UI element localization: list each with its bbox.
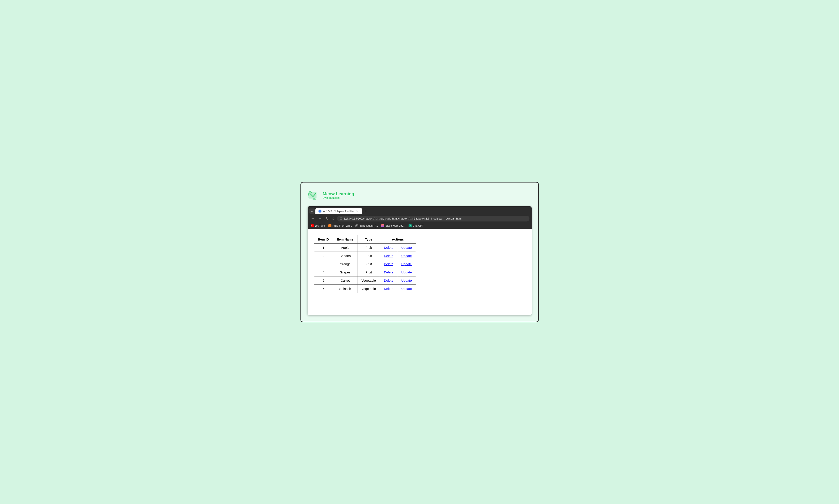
- table-row: 4 Grapes Fruit Delete Update: [314, 268, 416, 276]
- table-row: 5 Carrot Vegetable Delete Update: [314, 276, 416, 285]
- logo-area: Meow Learning By mframadan: [308, 189, 531, 202]
- cell-update[interactable]: Update: [397, 276, 416, 285]
- cell-id: 5: [314, 276, 333, 285]
- table-row: 1 Apple Fruit Delete Update: [314, 244, 416, 252]
- cell-delete[interactable]: Delete: [380, 276, 397, 285]
- cell-type: Fruit: [357, 252, 380, 260]
- bookmark-github[interactable]: ⚙ mframadann (...: [355, 224, 378, 227]
- cell-name: Spinach: [333, 285, 357, 293]
- bookmark-youtube-label: YouTube: [315, 224, 325, 227]
- svg-point-1: [309, 191, 311, 193]
- delete-link[interactable]: Delete: [384, 254, 393, 258]
- browser-tab[interactable]: A.3.5.3. Colspan And Ro ✕: [315, 208, 362, 214]
- reload-button[interactable]: ↻: [325, 216, 330, 221]
- cell-delete[interactable]: Delete: [380, 244, 397, 252]
- cell-update[interactable]: Update: [397, 285, 416, 293]
- cell-update[interactable]: Update: [397, 252, 416, 260]
- delete-link[interactable]: Delete: [384, 246, 393, 249]
- cell-id: 6: [314, 285, 333, 293]
- cell-name: Grapes: [333, 268, 357, 276]
- delete-link[interactable]: Delete: [384, 278, 393, 282]
- stack-icon: [328, 224, 331, 227]
- tab-bar: ⌄ A.3.5.3. Colspan And Ro ✕ +: [308, 206, 531, 214]
- cell-name: Banana: [333, 252, 357, 260]
- update-link[interactable]: Update: [401, 246, 412, 249]
- cell-update[interactable]: Update: [397, 260, 416, 268]
- delete-link[interactable]: Delete: [384, 262, 393, 266]
- address-bar-row: ← → ↻ ⌂ ⓘ 127.0.0.1:5500/chapter-A.3-tag…: [308, 214, 531, 223]
- update-link[interactable]: Update: [401, 270, 412, 274]
- col-header-id: Item ID: [314, 235, 333, 244]
- update-link[interactable]: Update: [401, 262, 412, 266]
- bookmark-figma[interactable]: Basic Web Dev...: [381, 224, 405, 227]
- cell-delete[interactable]: Delete: [380, 252, 397, 260]
- cell-id: 1: [314, 244, 333, 252]
- col-header-type: Type: [357, 235, 380, 244]
- bookmark-chatgpt-label: ChatGPT: [413, 224, 423, 227]
- update-link[interactable]: Update: [401, 287, 412, 290]
- cell-id: 4: [314, 268, 333, 276]
- table-row: 2 Banana Fruit Delete Update: [314, 252, 416, 260]
- logo-icon: [308, 189, 320, 202]
- table-row: 6 Spinach Vegetable Delete Update: [314, 285, 416, 293]
- cell-delete[interactable]: Delete: [380, 260, 397, 268]
- lock-icon: ⓘ: [340, 217, 342, 220]
- address-text: 127.0.0.1:5500/chapter-A.3-tags-pada-htm…: [344, 217, 527, 220]
- update-link[interactable]: Update: [401, 278, 412, 282]
- github-icon: ⚙: [355, 224, 358, 227]
- delete-link[interactable]: Delete: [384, 287, 393, 290]
- col-header-actions: Actions: [380, 235, 416, 244]
- delete-link[interactable]: Delete: [384, 270, 393, 274]
- tab-label: A.3.5.3. Colspan And Ro: [323, 210, 354, 213]
- youtube-icon: ▶: [311, 224, 314, 227]
- svg-point-2: [319, 210, 321, 212]
- cell-type: Fruit: [357, 268, 380, 276]
- cell-delete[interactable]: Delete: [380, 285, 397, 293]
- logo-subtitle: By mframadan: [323, 196, 354, 199]
- browser-window: ⌄ A.3.5.3. Colspan And Ro ✕ + ← → ↻ ⌂ ⓘ: [308, 206, 531, 315]
- new-tab-button[interactable]: +: [363, 208, 369, 214]
- bookmark-chatgpt[interactable]: ✦ ChatGPT: [408, 224, 423, 227]
- home-button[interactable]: ⌂: [331, 216, 336, 221]
- bookmark-hallo[interactable]: Hallo From Wri...: [328, 224, 352, 227]
- forward-button[interactable]: →: [317, 216, 323, 221]
- cell-id: 2: [314, 252, 333, 260]
- tab-favicon: [318, 210, 321, 213]
- figma-icon: [381, 224, 384, 227]
- tab-close-button[interactable]: ✕: [356, 209, 359, 213]
- data-table: Item ID Item Name Type Actions 1 Apple F…: [314, 235, 416, 293]
- logo-text-area: Meow Learning By mframadan: [323, 192, 354, 199]
- cell-name: Apple: [333, 244, 357, 252]
- chatgpt-icon: ✦: [408, 224, 412, 227]
- browser-content: Item ID Item Name Type Actions 1 Apple F…: [308, 229, 531, 315]
- logo-title: Meow Learning: [323, 192, 354, 196]
- bookmark-github-label: mframadann (...: [360, 224, 378, 227]
- cell-type: Fruit: [357, 260, 380, 268]
- col-header-name: Item Name: [333, 235, 357, 244]
- address-box[interactable]: ⓘ 127.0.0.1:5500/chapter-A.3-tags-pada-h…: [337, 216, 529, 221]
- cell-type: Fruit: [357, 244, 380, 252]
- update-link[interactable]: Update: [401, 254, 412, 258]
- cell-type: Vegetable: [357, 276, 380, 285]
- bookmark-figma-label: Basic Web Dev...: [385, 224, 405, 227]
- bookmarks-bar: ▶ YouTube Hallo From Wri... ⚙ mframadann…: [308, 223, 531, 229]
- browser-chrome: ⌄ A.3.5.3. Colspan And Ro ✕ + ← → ↻ ⌂ ⓘ: [308, 206, 531, 229]
- cell-name: Orange: [333, 260, 357, 268]
- cell-id: 3: [314, 260, 333, 268]
- cell-update[interactable]: Update: [397, 244, 416, 252]
- tab-dropdown-button[interactable]: ⌄: [309, 209, 315, 214]
- cell-name: Carrot: [333, 276, 357, 285]
- cell-delete[interactable]: Delete: [380, 268, 397, 276]
- table-row: 3 Orange Fruit Delete Update: [314, 260, 416, 268]
- cell-type: Vegetable: [357, 285, 380, 293]
- cell-update[interactable]: Update: [397, 268, 416, 276]
- outer-frame: Meow Learning By mframadan ⌄ A.3.5.3. Co…: [300, 182, 539, 322]
- bookmark-youtube[interactable]: ▶ YouTube: [311, 224, 325, 227]
- bookmark-hallo-label: Hallo From Wri...: [333, 224, 352, 227]
- back-button[interactable]: ←: [310, 216, 316, 221]
